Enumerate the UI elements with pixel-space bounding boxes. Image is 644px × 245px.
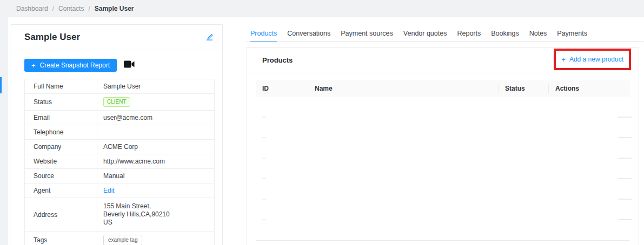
breadcrumb-item-contacts[interactable]: Contacts xyxy=(58,5,84,12)
left-gutter xyxy=(0,17,8,245)
tab-payment-sources[interactable]: Payment sources xyxy=(341,30,393,42)
field-label-agent: Agent xyxy=(25,183,97,198)
field-label-telephone: Telephone xyxy=(25,125,97,140)
breadcrumb: Dashboard/Contacts/Sample User xyxy=(0,0,644,17)
nav-scroll-indicator[interactable] xyxy=(0,77,2,93)
edit-contact-button[interactable] xyxy=(205,32,214,43)
field-row: SourceManual xyxy=(25,169,215,183)
field-row: Address155 Main Street,Beverly Hills,CA,… xyxy=(25,198,215,232)
table-row xyxy=(256,179,630,200)
tag-chip: example tag xyxy=(103,235,142,245)
breadcrumb-item-sample-user: Sample User xyxy=(95,5,134,12)
field-row: AgentEdit xyxy=(25,183,215,198)
red-highlight-box: + Add a new product xyxy=(554,49,631,70)
detail-tabs: ProductsConversationsPayment sourcesVend… xyxy=(250,30,587,42)
products-table: IDNameStatusActions xyxy=(256,80,630,241)
products-table-header: IDNameStatusActions xyxy=(256,80,630,97)
table-row xyxy=(256,220,630,241)
contact-card-body: + Create Snapshot Report Full NameSample… xyxy=(11,50,222,245)
field-label-company: Company xyxy=(25,140,97,154)
tab-reports[interactable]: Reports xyxy=(457,30,481,42)
field-value-website: http://www.acme.com xyxy=(97,154,215,169)
agent-edit-link[interactable]: Edit xyxy=(103,187,115,194)
tab-notes[interactable]: Notes xyxy=(529,30,547,42)
field-row: Websitehttp://www.acme.com xyxy=(25,154,215,169)
address-line: US xyxy=(103,219,210,227)
column-header-name: Name xyxy=(308,85,498,92)
column-header-actions: Actions xyxy=(548,84,630,93)
plus-icon: + xyxy=(561,56,566,63)
status-badge: CLIENT xyxy=(103,97,130,107)
products-panel-title: Products xyxy=(262,56,293,64)
plus-icon: + xyxy=(31,62,36,69)
create-snapshot-report-button[interactable]: + Create Snapshot Report xyxy=(24,59,117,72)
field-value-full-name: Sample User xyxy=(97,79,215,94)
field-label-email: Email xyxy=(25,111,97,125)
contact-card-header: Sample User xyxy=(11,25,222,50)
breadcrumb-separator: / xyxy=(52,5,54,12)
field-value-tags: example tag xyxy=(97,232,215,245)
field-label-address: Address xyxy=(25,198,97,232)
field-label-status: Status xyxy=(25,94,97,111)
products-panel-header: Products + Add a new product xyxy=(247,48,639,72)
table-row xyxy=(256,200,630,220)
field-value-company: ACME Corp xyxy=(97,140,215,154)
table-row xyxy=(256,97,630,118)
products-panel: Products + Add a new product IDNameStatu… xyxy=(247,47,639,245)
products-table-body xyxy=(256,97,630,241)
table-row xyxy=(256,118,630,138)
tab-conversations[interactable]: Conversations xyxy=(287,30,330,42)
breadcrumb-separator: / xyxy=(88,5,90,12)
column-header-status: Status xyxy=(498,84,548,93)
add-new-product-label: Add a new product xyxy=(569,56,623,63)
field-row: CompanyACME Corp xyxy=(25,140,215,154)
field-value-agent: Edit xyxy=(97,183,215,198)
contact-name-title: Sample User xyxy=(24,32,80,43)
field-label-full-name: Full Name xyxy=(25,79,97,94)
tabs-divider xyxy=(246,41,644,42)
column-header-id: ID xyxy=(256,85,308,92)
table-row xyxy=(256,159,630,179)
field-value-source: Manual xyxy=(97,169,215,183)
tab-vendor-quotes[interactable]: Vendor quotes xyxy=(403,30,447,42)
field-label-website: Website xyxy=(25,154,97,169)
field-value-address: 155 Main Street,Beverly Hills,CA,90210US xyxy=(97,198,215,232)
tab-products[interactable]: Products xyxy=(250,30,277,42)
field-row: Tagsexample tag xyxy=(25,232,215,245)
field-value-status: CLIENT xyxy=(97,94,215,111)
table-row xyxy=(256,138,630,159)
create-snapshot-report-label: Create Snapshot Report xyxy=(40,62,110,69)
add-new-product-button[interactable]: + Add a new product xyxy=(561,56,623,63)
field-label-tags: Tags xyxy=(25,232,97,245)
video-call-button[interactable] xyxy=(124,60,135,70)
field-row: Full NameSample User xyxy=(25,79,215,94)
address-line: 155 Main Street, xyxy=(103,202,210,210)
contact-fields-table: Full NameSample UserStatusCLIENTEmailuse… xyxy=(24,79,215,245)
contact-card: Sample User + Create Snapshot Report xyxy=(11,24,223,245)
field-row: Emailuser@acme.com xyxy=(25,111,215,125)
field-label-source: Source xyxy=(25,169,97,183)
field-value-telephone xyxy=(97,125,215,140)
field-value-email: user@acme.com xyxy=(97,111,215,125)
breadcrumb-item-dashboard[interactable]: Dashboard xyxy=(16,5,48,12)
pencil-edit-icon xyxy=(205,32,214,43)
field-row: Telephone xyxy=(25,125,215,140)
video-camera-icon xyxy=(124,60,135,70)
tab-bookings[interactable]: Bookings xyxy=(491,30,519,42)
tab-payments[interactable]: Payments xyxy=(557,30,587,42)
field-row: StatusCLIENT xyxy=(25,94,215,111)
address-line: Beverly Hills,CA,90210 xyxy=(103,210,210,219)
